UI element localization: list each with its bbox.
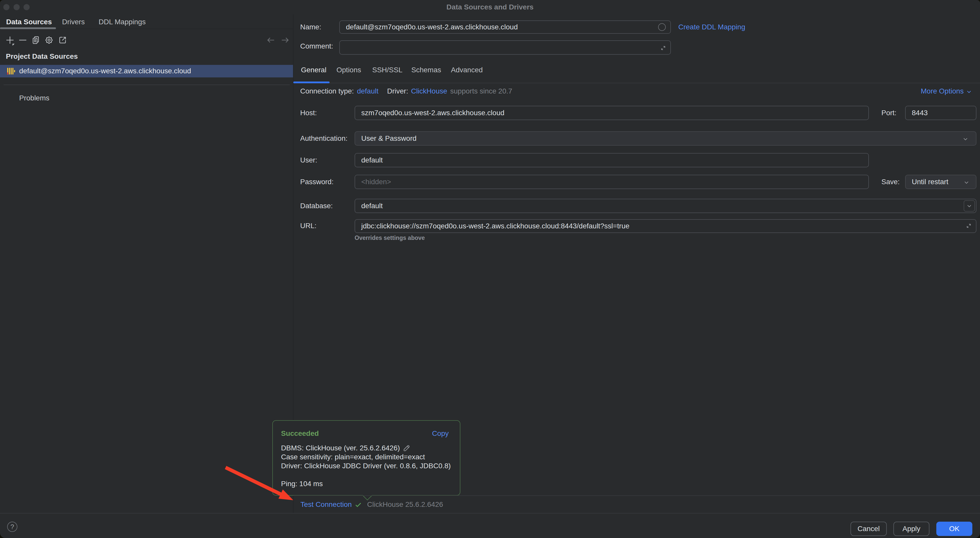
database-label: Database: bbox=[300, 201, 333, 210]
port-label: Port: bbox=[881, 108, 896, 118]
popup-case-line: Case sensitivity: plain=exact, delimited… bbox=[281, 452, 425, 462]
expand-icon[interactable] bbox=[659, 44, 667, 52]
duplicate-data-source-button[interactable] bbox=[32, 36, 40, 45]
connection-type-value[interactable]: default bbox=[357, 87, 379, 95]
data-source-list-item[interactable]: default@szm7oqed0o.us-west-2.aws.clickho… bbox=[0, 65, 293, 77]
active-tab-underline bbox=[293, 81, 329, 83]
host-input[interactable]: szm7oqed0o.us-west-2.aws.clickhouse.clou… bbox=[355, 106, 869, 120]
popup-dbms-line: DBMS: ClickHouse (ver. 25.6.2.6426) bbox=[281, 444, 400, 453]
forward-arrow-icon bbox=[280, 36, 290, 45]
chevron-down-icon bbox=[966, 88, 972, 95]
save-select[interactable]: Until restart bbox=[905, 175, 977, 189]
database-dropdown-button[interactable] bbox=[964, 200, 975, 212]
bottombar-divider bbox=[0, 513, 980, 514]
popup-driver-line: Driver: ClickHouse JDBC Driver (ver. 0.8… bbox=[281, 462, 451, 471]
name-label: Name: bbox=[300, 22, 321, 32]
driver-label: Driver: bbox=[387, 87, 408, 95]
comment-label: Comment: bbox=[300, 41, 333, 51]
password-input[interactable]: <hidden> bbox=[355, 175, 869, 189]
port-value: 8443 bbox=[906, 109, 928, 117]
clickhouse-icon bbox=[7, 67, 15, 75]
gear-icon bbox=[45, 36, 53, 45]
url-value: jdbc:clickhouse://szm7oqed0o.us-west-2.a… bbox=[355, 222, 630, 230]
duplicate-icon bbox=[32, 36, 40, 45]
right-tabstrip-divider bbox=[294, 83, 980, 83]
user-label: User: bbox=[300, 156, 317, 165]
driver-note: supports since 20.7 bbox=[450, 87, 512, 95]
chevron-down-icon bbox=[966, 202, 973, 209]
tab-general[interactable]: General bbox=[301, 65, 326, 75]
annotation-arrow bbox=[220, 460, 301, 508]
authentication-value: User & Password bbox=[355, 134, 417, 143]
password-placeholder: <hidden> bbox=[355, 178, 391, 186]
url-label: URL: bbox=[300, 221, 317, 231]
tab-ssh-ssl[interactable]: SSH/SSL bbox=[372, 65, 402, 75]
save-value: Until restart bbox=[906, 178, 948, 186]
expand-icon[interactable] bbox=[965, 222, 973, 230]
problems-item[interactable]: Problems bbox=[19, 94, 49, 103]
back-arrow-icon bbox=[266, 36, 275, 45]
test-connection-link[interactable]: Test Connection bbox=[301, 500, 352, 509]
popup-status: Succeeded bbox=[281, 429, 319, 438]
remove-data-source-button[interactable] bbox=[18, 36, 27, 45]
footer-divider bbox=[294, 495, 980, 496]
url-note: Overrides settings above bbox=[355, 234, 425, 241]
database-combo[interactable]: default bbox=[355, 199, 977, 213]
tab-advanced[interactable]: Advanced bbox=[451, 65, 483, 75]
create-ddl-mapping-link[interactable]: Create DDL Mapping bbox=[678, 22, 745, 32]
tab-ddl-mappings[interactable]: DDL Mappings bbox=[99, 18, 146, 27]
more-options-link[interactable]: More Options bbox=[921, 87, 964, 96]
url-input[interactable]: jdbc:clickhouse://szm7oqed0o.us-west-2.a… bbox=[355, 219, 977, 233]
connection-type-label: Connection type: bbox=[300, 87, 354, 95]
authentication-select[interactable]: User & Password bbox=[355, 131, 977, 146]
help-icon[interactable]: ? bbox=[7, 522, 18, 532]
data-source-item-label: default@szm7oqed0o.us-west-2.aws.clickho… bbox=[19, 67, 191, 76]
database-value: default bbox=[355, 202, 383, 210]
project-data-sources-header: Project Data Sources bbox=[6, 52, 78, 61]
chevron-down-icon bbox=[962, 136, 969, 142]
data-source-settings-button[interactable] bbox=[45, 36, 53, 45]
test-result: ClickHouse 25.6.2.6426 bbox=[367, 500, 443, 509]
color-chip-icon[interactable] bbox=[658, 23, 666, 31]
data-sources-dialog: Data Sources and Drivers Data Sources Dr… bbox=[0, 0, 980, 538]
user-input[interactable]: default bbox=[355, 153, 869, 167]
host-label: Host: bbox=[300, 108, 317, 118]
save-label: Save: bbox=[881, 177, 900, 186]
window-title: Data Sources and Drivers bbox=[0, 3, 980, 12]
host-value: szm7oqed0o.us-west-2.aws.clickhouse.clou… bbox=[355, 109, 504, 117]
cancel-button[interactable]: Cancel bbox=[851, 522, 887, 536]
tab-schemas[interactable]: Schemas bbox=[411, 65, 441, 75]
forward-button[interactable] bbox=[280, 36, 290, 45]
password-label: Password: bbox=[300, 177, 334, 186]
port-input[interactable]: 8443 bbox=[905, 106, 977, 120]
copy-link[interactable]: Copy bbox=[432, 429, 449, 438]
ok-button[interactable]: OK bbox=[936, 522, 972, 536]
open-in-new-window-button[interactable] bbox=[58, 36, 67, 45]
name-value: default@szm7oqed0o.us-west-2.aws.clickho… bbox=[340, 23, 518, 31]
user-value: default bbox=[355, 156, 383, 164]
driver-value-link[interactable]: ClickHouse bbox=[411, 87, 447, 95]
minus-icon bbox=[18, 36, 27, 45]
open-in-new-icon bbox=[58, 36, 67, 45]
tab-drivers[interactable]: Drivers bbox=[62, 18, 85, 27]
pencil-icon[interactable] bbox=[402, 444, 411, 452]
comment-input[interactable] bbox=[339, 40, 671, 55]
plus-icon bbox=[6, 36, 16, 46]
chevron-down-icon bbox=[963, 179, 970, 186]
back-button[interactable] bbox=[266, 36, 275, 45]
apply-button[interactable]: Apply bbox=[893, 522, 929, 536]
tab-options[interactable]: Options bbox=[336, 65, 361, 75]
add-data-source-button[interactable] bbox=[6, 36, 16, 46]
check-icon bbox=[354, 501, 362, 509]
tab-data-sources[interactable]: Data Sources bbox=[6, 18, 52, 27]
authentication-label: Authentication: bbox=[300, 134, 347, 143]
name-input[interactable]: default@szm7oqed0o.us-west-2.aws.clickho… bbox=[339, 21, 671, 34]
left-list-divider bbox=[3, 84, 290, 85]
left-active-tab-underline bbox=[0, 27, 56, 29]
